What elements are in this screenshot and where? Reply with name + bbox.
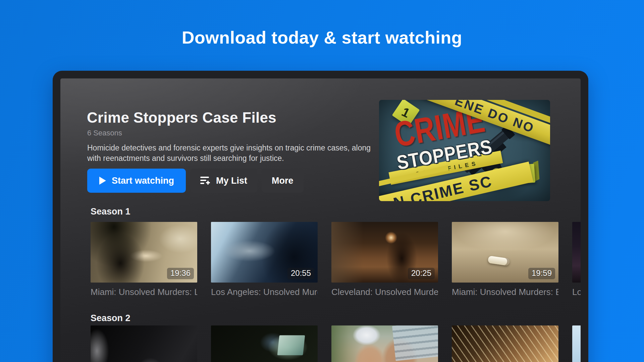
episode-duration-badge: 19:59: [528, 268, 555, 279]
start-watching-button[interactable]: Start watching: [87, 169, 186, 193]
episode-card[interactable]: [572, 325, 581, 362]
episode-thumbnail[interactable]: [211, 325, 318, 362]
episode-card[interactable]: [91, 325, 197, 362]
episode-thumbnail[interactable]: [572, 325, 581, 362]
episode-thumbnail[interactable]: [91, 325, 197, 362]
episode-title: Miami: Unsolved Murders: L: [91, 287, 197, 297]
episode-thumbnail[interactable]: 19:59: [452, 222, 558, 283]
episode-card[interactable]: 20:55 Los Angeles: Unsolved Murd: [211, 222, 318, 297]
episode-duration-badge: 19:36: [167, 268, 194, 279]
my-list-label: My List: [216, 176, 247, 186]
episode-thumbnail[interactable]: 19:36: [91, 222, 197, 283]
more-button[interactable]: More: [262, 169, 304, 193]
episode-duration-badge: 20:55: [287, 268, 314, 279]
episode-thumbnail[interactable]: 20:25: [331, 222, 438, 283]
episode-duration-badge: 20:25: [408, 268, 435, 279]
start-watching-label: Start watching: [112, 176, 174, 186]
episode-thumbnail[interactable]: [331, 325, 438, 362]
season-1-row: 19:36 Miami: Unsolved Murders: L 20:55 L…: [91, 222, 581, 297]
show-artwork: ENE DO NO 1 3 CRIME STOPPERS CASE FILES: [379, 100, 550, 201]
play-icon: [99, 176, 106, 185]
show-description: Homicide detectives and forensic experts…: [87, 143, 382, 164]
episode-card[interactable]: 20:25 Cleveland: Unsolved Murde: [331, 222, 438, 297]
page-headline: Download today & start watching: [0, 27, 644, 48]
episode-card[interactable]: 19:59 Miami: Unsolved Murders: E: [452, 222, 558, 297]
my-list-button[interactable]: My List: [190, 169, 257, 193]
episode-card[interactable]: 19:36 Miami: Unsolved Murders: L: [91, 222, 197, 297]
season-1-label: Season 1: [91, 206, 130, 217]
season-2-row: [91, 325, 581, 362]
episode-title: Los Angeles: Unsolved Murd: [211, 287, 318, 297]
action-buttons: Start watching My List More: [87, 169, 304, 193]
episode-title: Cleveland: Unsolved Murde: [331, 287, 438, 297]
episode-title: Los: [572, 287, 581, 297]
episode-card[interactable]: [331, 325, 438, 362]
more-label: More: [272, 176, 293, 186]
tv-frame: Crime Stoppers Case Files 6 Seasons Homi…: [53, 71, 588, 362]
episode-card[interactable]: [211, 325, 318, 362]
show-title: Crime Stoppers Case Files: [87, 109, 276, 126]
episode-card[interactable]: Los: [572, 222, 581, 297]
tv-screen: Crime Stoppers Case Files 6 Seasons Homi…: [60, 78, 581, 362]
episode-thumbnail[interactable]: [572, 222, 581, 283]
show-seasons-count: 6 Seasons: [87, 129, 122, 137]
season-2-label: Season 2: [91, 313, 130, 323]
episode-thumbnail[interactable]: 20:55: [211, 222, 318, 283]
episode-title: Miami: Unsolved Murders: E: [452, 287, 558, 297]
episode-thumbnail[interactable]: [452, 325, 558, 362]
list-add-icon: [200, 176, 212, 185]
episode-card[interactable]: [452, 325, 558, 362]
